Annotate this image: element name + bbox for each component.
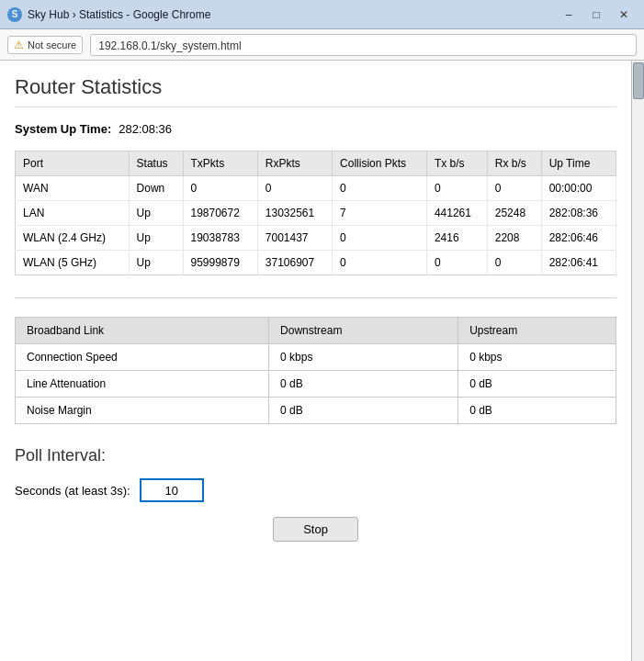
cell-collisionpkts: 0 <box>333 251 427 275</box>
cell-rxpkts: 37106907 <box>257 251 332 275</box>
poll-section: Poll Interval: Seconds (at least 3s): St… <box>15 446 616 542</box>
close-button[interactable]: ✕ <box>611 5 637 25</box>
uptime-label: System Up Time: <box>15 122 111 136</box>
cell-port: WLAN (2.4 GHz) <box>16 226 130 251</box>
header-rxbs: Rx b/s <box>487 151 541 176</box>
title-bar-text: Sky Hub › Statistics - Google Chrome <box>28 8 210 21</box>
bb-cell-label: Line Attenuation <box>16 371 269 398</box>
browser-icon: S <box>7 7 22 22</box>
address-bar: ⚠ Not secure 192.168.0.1/sky_system.html <box>0 29 644 61</box>
section-divider <box>15 297 616 298</box>
bb-cell-label: Noise Margin <box>16 398 269 424</box>
broadband-table: Broadband Link Downstream Upstream Conne… <box>15 317 616 424</box>
cell-txbs: 0 <box>426 251 487 275</box>
cell-uptime: 282:06:41 <box>541 251 616 275</box>
broadband-table-row: Connection Speed0 kbps0 kbps <box>16 344 616 371</box>
header-txpkts: TxPkts <box>183 151 257 176</box>
poll-title: Poll Interval: <box>15 446 616 465</box>
cell-rxbs: 0 <box>487 251 541 275</box>
cell-rxbs: 0 <box>487 176 541 201</box>
minimize-button[interactable]: – <box>556 5 582 25</box>
cell-txbs: 441261 <box>426 201 487 226</box>
security-label: Not secure <box>28 39 76 50</box>
header-rxpkts: RxPkts <box>257 151 332 176</box>
cell-txbs: 2416 <box>426 226 487 251</box>
poll-row: Seconds (at least 3s): <box>15 478 616 502</box>
cell-collisionpkts: 0 <box>333 226 427 251</box>
title-bar-left: S Sky Hub › Statistics - Google Chrome <box>7 7 210 22</box>
cell-uptime: 00:00:00 <box>541 176 616 201</box>
cell-rxbs: 25248 <box>487 201 541 226</box>
bb-header-upstream: Upstream <box>458 318 616 344</box>
cell-uptime: 282:08:36 <box>541 201 616 226</box>
uptime-row: System Up Time: 282:08:36 <box>15 122 616 136</box>
cell-txpkts: 95999879 <box>183 251 257 275</box>
cell-txpkts: 0 <box>183 176 257 201</box>
scrollbar-thumb[interactable] <box>633 62 644 99</box>
cell-rxbs: 2208 <box>487 226 541 251</box>
warning-icon: ⚠ <box>14 39 24 51</box>
cell-port: WAN <box>16 176 130 201</box>
cell-txpkts: 19038783 <box>183 226 257 251</box>
header-status: Status <box>129 151 183 176</box>
cell-rxpkts: 7001437 <box>257 226 332 251</box>
title-bar: S Sky Hub › Statistics - Google Chrome –… <box>0 0 644 29</box>
broadband-table-row: Noise Margin0 dB0 dB <box>16 398 616 424</box>
page-title: Router Statistics <box>15 75 616 107</box>
title-bar-controls: – □ ✕ <box>556 5 637 25</box>
bb-cell-downstream: 0 dB <box>269 398 458 424</box>
scrollbar-track[interactable] <box>631 61 644 661</box>
content-area: Router Statistics System Up Time: 282:08… <box>0 61 631 661</box>
security-warning: ⚠ Not secure <box>7 36 83 54</box>
bb-header-link: Broadband Link <box>16 318 269 344</box>
cell-rxpkts: 13032561 <box>257 201 332 226</box>
cell-txbs: 0 <box>426 176 487 201</box>
cell-port: LAN <box>16 201 130 226</box>
bb-header-downstream: Downstream <box>269 318 458 344</box>
stats-table-header-row: Port Status TxPkts RxPkts Collision Pkts… <box>16 151 616 176</box>
stats-table: Port Status TxPkts RxPkts Collision Pkts… <box>15 151 616 275</box>
cell-collisionpkts: 0 <box>333 176 427 201</box>
stats-table-row: WLAN (2.4 GHz)Up190387837001437024162208… <box>16 226 616 251</box>
header-collision: Collision Pkts <box>333 151 427 176</box>
browser-body: Router Statistics System Up Time: 282:08… <box>0 61 644 661</box>
cell-collisionpkts: 7 <box>333 201 427 226</box>
poll-seconds-input[interactable] <box>140 478 204 502</box>
poll-seconds-label: Seconds (at least 3s): <box>15 484 130 498</box>
url-input[interactable]: 192.168.0.1/sky_system.html <box>90 34 637 56</box>
cell-rxpkts: 0 <box>257 176 332 201</box>
cell-status: Down <box>129 176 183 201</box>
bb-cell-upstream: 0 dB <box>458 371 616 398</box>
maximize-button[interactable]: □ <box>583 5 609 25</box>
bb-cell-downstream: 0 dB <box>269 371 458 398</box>
stats-table-row: LANUp1987067213032561744126125248282:08:… <box>16 201 616 226</box>
header-uptime: Up Time <box>541 151 616 176</box>
bb-cell-downstream: 0 kbps <box>269 344 458 371</box>
cell-uptime: 282:06:46 <box>541 226 616 251</box>
cell-status: Up <box>129 251 183 275</box>
cell-txpkts: 19870672 <box>183 201 257 226</box>
bb-cell-upstream: 0 dB <box>458 398 616 424</box>
cell-status: Up <box>129 201 183 226</box>
stop-button[interactable]: Stop <box>273 517 358 542</box>
uptime-value: 282:08:36 <box>119 122 172 136</box>
header-txbs: Tx b/s <box>426 151 487 176</box>
bb-cell-label: Connection Speed <box>16 344 269 371</box>
cell-status: Up <box>129 226 183 251</box>
stats-table-row: WLAN (5 GHz)Up9599987937106907000282:06:… <box>16 251 616 275</box>
broadband-table-row: Line Attenuation0 dB0 dB <box>16 371 616 398</box>
stats-table-row: WANDown0000000:00:00 <box>16 176 616 201</box>
cell-port: WLAN (5 GHz) <box>16 251 130 275</box>
header-port: Port <box>16 151 130 176</box>
broadband-header-row: Broadband Link Downstream Upstream <box>16 318 616 344</box>
bb-cell-upstream: 0 kbps <box>458 344 616 371</box>
